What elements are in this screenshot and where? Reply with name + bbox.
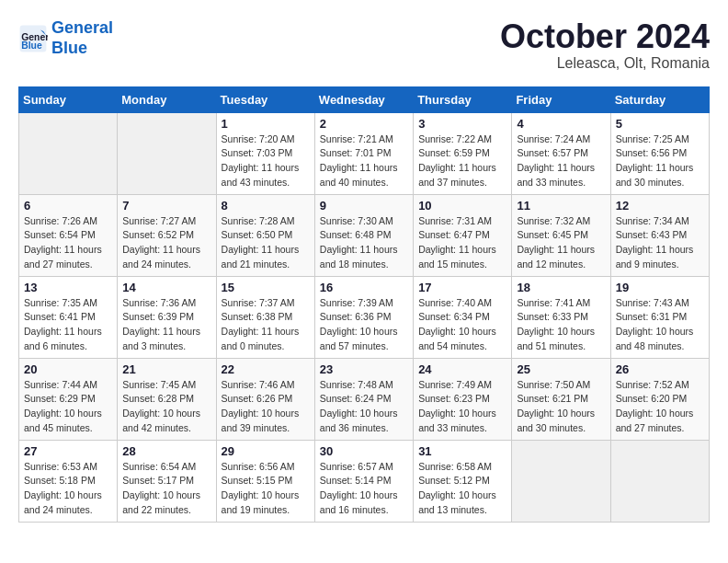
day-number: 2 — [320, 117, 408, 131]
column-header-friday: Friday — [512, 86, 610, 112]
calendar-table: SundayMondayTuesdayWednesdayThursdayFrid… — [18, 86, 710, 523]
day-detail: Sunrise: 7:46 AMSunset: 6:26 PMDaylight:… — [222, 378, 310, 436]
column-header-wednesday: Wednesday — [314, 86, 413, 112]
day-number: 28 — [122, 444, 210, 458]
logo-text-line1: General — [51, 18, 113, 39]
day-detail: Sunrise: 7:52 AMSunset: 6:20 PMDaylight:… — [616, 378, 704, 436]
day-detail: Sunrise: 7:44 AMSunset: 6:29 PMDaylight:… — [24, 378, 112, 436]
day-detail: Sunrise: 7:37 AMSunset: 6:38 PMDaylight:… — [222, 296, 310, 354]
day-number: 30 — [320, 444, 408, 458]
day-detail: Sunrise: 7:48 AMSunset: 6:24 PMDaylight:… — [320, 378, 408, 436]
logo-text-line2: Blue — [51, 39, 113, 59]
day-number: 19 — [616, 281, 704, 294]
column-header-monday: Monday — [118, 86, 216, 112]
day-detail: Sunrise: 7:32 AMSunset: 6:45 PMDaylight:… — [517, 214, 605, 272]
day-number: 13 — [24, 281, 112, 294]
calendar-day: 7Sunrise: 7:27 AMSunset: 6:52 PMDaylight… — [118, 194, 216, 276]
calendar-day: 22Sunrise: 7:46 AMSunset: 6:26 PMDayligh… — [216, 358, 314, 440]
day-number: 31 — [418, 444, 506, 458]
calendar-day: 26Sunrise: 7:52 AMSunset: 6:20 PMDayligh… — [610, 358, 709, 440]
day-number: 25 — [517, 362, 605, 376]
day-detail: Sunrise: 7:34 AMSunset: 6:43 PMDaylight:… — [616, 214, 704, 272]
calendar-week-row: 27Sunrise: 6:53 AMSunset: 5:18 PMDayligh… — [19, 440, 710, 522]
empty-cell — [610, 440, 709, 522]
calendar-day: 28Sunrise: 6:54 AMSunset: 5:17 PMDayligh… — [118, 440, 216, 522]
day-number: 8 — [222, 199, 310, 213]
calendar-day: 10Sunrise: 7:31 AMSunset: 6:47 PMDayligh… — [414, 194, 512, 276]
logo-icon: General Blue — [18, 24, 48, 53]
day-number: 3 — [418, 117, 506, 131]
day-detail: Sunrise: 6:54 AMSunset: 5:17 PMDaylight:… — [122, 460, 210, 518]
day-detail: Sunrise: 6:56 AMSunset: 5:15 PMDaylight:… — [222, 460, 310, 518]
calendar-day: 12Sunrise: 7:34 AMSunset: 6:43 PMDayligh… — [610, 194, 709, 276]
day-detail: Sunrise: 6:58 AMSunset: 5:12 PMDaylight:… — [418, 460, 506, 518]
title-block: October 2024 Leleasca, Olt, Romania — [500, 18, 710, 72]
calendar-day: 13Sunrise: 7:35 AMSunset: 6:41 PMDayligh… — [19, 276, 118, 358]
calendar-day: 21Sunrise: 7:45 AMSunset: 6:28 PMDayligh… — [118, 358, 216, 440]
calendar-day: 11Sunrise: 7:32 AMSunset: 6:45 PMDayligh… — [512, 194, 610, 276]
day-detail: Sunrise: 7:24 AMSunset: 6:57 PMDaylight:… — [517, 132, 605, 190]
logo: General Blue General Blue — [18, 18, 113, 58]
column-header-thursday: Thursday — [414, 86, 512, 112]
day-detail: Sunrise: 7:27 AMSunset: 6:52 PMDaylight:… — [122, 214, 210, 272]
calendar-week-row: 6Sunrise: 7:26 AMSunset: 6:54 PMDaylight… — [19, 194, 710, 276]
day-detail: Sunrise: 7:30 AMSunset: 6:48 PMDaylight:… — [320, 214, 408, 272]
day-detail: Sunrise: 7:22 AMSunset: 6:59 PMDaylight:… — [418, 132, 506, 190]
day-detail: Sunrise: 7:20 AMSunset: 7:03 PMDaylight:… — [222, 132, 310, 190]
calendar-day: 29Sunrise: 6:56 AMSunset: 5:15 PMDayligh… — [216, 440, 314, 522]
calendar-day: 9Sunrise: 7:30 AMSunset: 6:48 PMDaylight… — [314, 194, 413, 276]
day-number: 6 — [24, 199, 112, 213]
day-detail: Sunrise: 7:45 AMSunset: 6:28 PMDaylight:… — [122, 378, 210, 436]
calendar-day: 3Sunrise: 7:22 AMSunset: 6:59 PMDaylight… — [414, 112, 512, 194]
day-number: 7 — [122, 199, 210, 213]
day-number: 5 — [616, 117, 704, 131]
day-number: 27 — [24, 444, 112, 458]
day-number: 18 — [517, 281, 605, 294]
calendar-day: 8Sunrise: 7:28 AMSunset: 6:50 PMDaylight… — [216, 194, 314, 276]
day-detail: Sunrise: 7:41 AMSunset: 6:33 PMDaylight:… — [517, 296, 605, 354]
day-detail: Sunrise: 7:25 AMSunset: 6:56 PMDaylight:… — [616, 132, 704, 190]
day-detail: Sunrise: 7:39 AMSunset: 6:36 PMDaylight:… — [320, 296, 408, 354]
calendar-day: 30Sunrise: 6:57 AMSunset: 5:14 PMDayligh… — [314, 440, 413, 522]
column-header-tuesday: Tuesday — [216, 86, 314, 112]
calendar-day: 27Sunrise: 6:53 AMSunset: 5:18 PMDayligh… — [19, 440, 118, 522]
calendar-day: 16Sunrise: 7:39 AMSunset: 6:36 PMDayligh… — [314, 276, 413, 358]
calendar-day: 24Sunrise: 7:49 AMSunset: 6:23 PMDayligh… — [414, 358, 512, 440]
calendar-day: 19Sunrise: 7:43 AMSunset: 6:31 PMDayligh… — [610, 276, 709, 358]
day-number: 17 — [418, 281, 506, 294]
calendar-day: 4Sunrise: 7:24 AMSunset: 6:57 PMDaylight… — [512, 112, 610, 194]
calendar-day: 15Sunrise: 7:37 AMSunset: 6:38 PMDayligh… — [216, 276, 314, 358]
day-number: 11 — [517, 199, 605, 213]
day-number: 24 — [418, 362, 506, 376]
calendar-week-row: 13Sunrise: 7:35 AMSunset: 6:41 PMDayligh… — [19, 276, 710, 358]
day-number: 15 — [222, 281, 310, 294]
column-header-sunday: Sunday — [19, 86, 118, 112]
day-detail: Sunrise: 7:50 AMSunset: 6:21 PMDaylight:… — [517, 378, 605, 436]
calendar-day: 25Sunrise: 7:50 AMSunset: 6:21 PMDayligh… — [512, 358, 610, 440]
day-number: 21 — [122, 362, 210, 376]
day-detail: Sunrise: 7:36 AMSunset: 6:39 PMDaylight:… — [122, 296, 210, 354]
day-number: 23 — [320, 362, 408, 376]
empty-cell — [512, 440, 610, 522]
day-number: 1 — [222, 117, 310, 131]
day-detail: Sunrise: 6:53 AMSunset: 5:18 PMDaylight:… — [24, 460, 112, 518]
calendar-week-row: 20Sunrise: 7:44 AMSunset: 6:29 PMDayligh… — [19, 358, 710, 440]
day-detail: Sunrise: 7:26 AMSunset: 6:54 PMDaylight:… — [24, 214, 112, 272]
day-detail: Sunrise: 7:40 AMSunset: 6:34 PMDaylight:… — [418, 296, 506, 354]
calendar-day: 2Sunrise: 7:21 AMSunset: 7:01 PMDaylight… — [314, 112, 413, 194]
day-detail: Sunrise: 7:35 AMSunset: 6:41 PMDaylight:… — [24, 296, 112, 354]
empty-cell — [19, 112, 118, 194]
calendar-day: 20Sunrise: 7:44 AMSunset: 6:29 PMDayligh… — [19, 358, 118, 440]
day-number: 29 — [222, 444, 310, 458]
day-number: 9 — [320, 199, 408, 213]
day-number: 20 — [24, 362, 112, 376]
calendar-week-row: 1Sunrise: 7:20 AMSunset: 7:03 PMDaylight… — [19, 112, 710, 194]
calendar-header-row: SundayMondayTuesdayWednesdayThursdayFrid… — [19, 86, 710, 112]
calendar-day: 1Sunrise: 7:20 AMSunset: 7:03 PMDaylight… — [216, 112, 314, 194]
day-number: 14 — [122, 281, 210, 294]
day-number: 22 — [222, 362, 310, 376]
location: Leleasca, Olt, Romania — [500, 55, 710, 72]
svg-text:Blue: Blue — [21, 40, 42, 51]
page-header: General Blue General Blue October 2024 L… — [18, 18, 710, 72]
empty-cell — [118, 112, 216, 194]
